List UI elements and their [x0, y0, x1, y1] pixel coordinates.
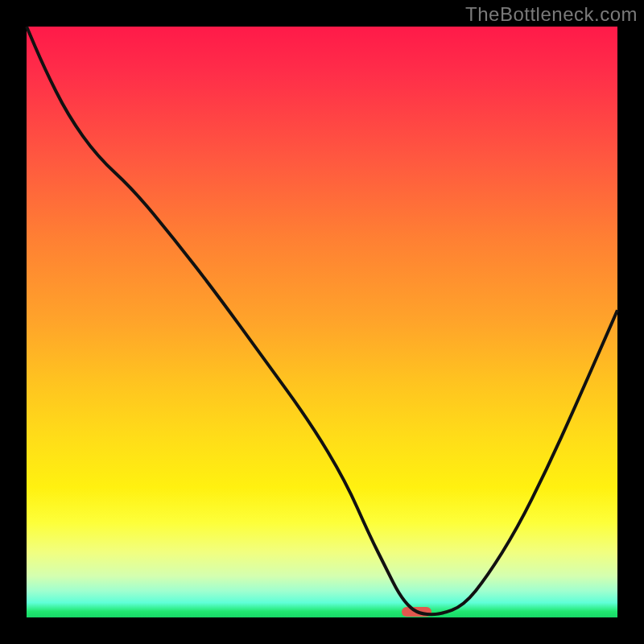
curve-path	[27, 27, 617, 614]
bottleneck-curve	[27, 27, 617, 617]
watermark-text: TheBottleneck.com	[465, 3, 638, 26]
plot-area	[27, 27, 617, 617]
chart-frame: TheBottleneck.com	[0, 0, 644, 644]
